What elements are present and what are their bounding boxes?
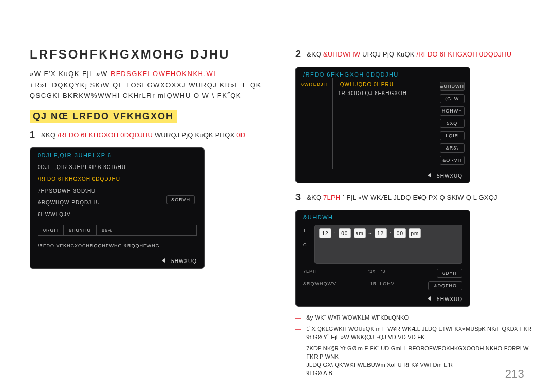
intro1-red: RFDSGKFi OWFHOKNKH.WL [110, 70, 218, 78]
step-2-number: 2 [295, 49, 301, 59]
step-2: 2 &KQ &UHDWHW URQJ PjQ KuQK /RFDO 6FKHGX… [295, 49, 537, 60]
strip-c: C [303, 242, 310, 247]
extra-button-2[interactable]: LQIR [440, 131, 465, 140]
time-editor-box: 12 : 00 am ~ 12 : 00 pm [314, 225, 462, 264]
create-return-icon [428, 296, 431, 301]
create-title: &UHDWH [296, 210, 470, 222]
note-2: ― 1ˇX QKLGWKH WOUuQK m F W¥R WKÆL JLDQ E… [295, 325, 537, 342]
lsm-main-area: ,QWHUQDO 0HPRU 1R 3OD\LQJ 6FKHGXOH [333, 78, 435, 169]
step3-rest: ˇ FjL »W WKÆL JLDQ E¥Q PX Q SKiW Q L GXQ… [342, 194, 497, 201]
page-number: 213 [505, 367, 524, 381]
create-footer: 5HWXUQ [296, 292, 470, 306]
create-label-contents: &RQWHQWV [303, 281, 336, 290]
edit-button[interactable]: (GLW [440, 94, 465, 103]
step-3: 3 &KQ 7LPH ˇ FjL »W WKÆL JLDQ E¥Q PX Q S… [295, 193, 537, 203]
note-3-text: 7KDP NK§R Yt GØ m F FK˘ UD GmLL RFOROFWF… [306, 345, 537, 378]
return-icon [162, 258, 165, 263]
hour-2[interactable]: 12 [375, 228, 387, 238]
note-2a: 1ˇX QKLGWKH WOUuQK m F W¥R WKÆL JLDQ E‡W… [306, 326, 531, 332]
note-1-text: &y WKˇ W¥R WOWKLM WFKDuQNKO [306, 314, 409, 322]
status-bar: 0RGH 6HUYHU 86% [38, 225, 197, 236]
step2-red1: &UHDWHW [323, 50, 360, 58]
create-contents-r: 1R 'LOHV [370, 281, 395, 290]
create-button[interactable]: &UHDWH [440, 82, 465, 91]
note-1: ― &y WKˇ W¥R WOWKLM WFKDuQNKO [295, 314, 537, 322]
bullet-dash-icon: ― [295, 345, 301, 378]
create-time-r1: '3¢ [368, 269, 376, 274]
notes-list: ― &y WKˇ W¥R WOWKLM WFKDuQNKO ― 1ˇX QKLG… [295, 314, 537, 378]
create-left-strip: T C [303, 225, 310, 264]
step-3-text: &KQ 7LPH ˇ FjL »W WKÆL JLDQ E¥Q PX Q SKi… [307, 193, 537, 203]
status-line: /RFDO VFKHCXOCHRQQHFWHG &RQQHFWHG [30, 240, 204, 254]
status-server: 6HUYHU [64, 225, 97, 235]
step3-red1: 7LPH [323, 194, 340, 201]
note-3a: 7KDP NK§R Yt GØ m F FK˘ UD GmLL RFOROFWF… [306, 345, 528, 360]
panel-main-menu: 0DJLF,QIR 3UHPLXP 6 0DJLF,QIR 3UHPLXP 6 … [30, 147, 205, 269]
lsm-storage-label: 6WRUDJH [296, 78, 333, 169]
lsm-no-schedule: 1R 3OD\LQJ 6FKHGXOH [338, 90, 430, 96]
ampm-2[interactable]: pm [409, 228, 421, 238]
status-86: 86% [97, 225, 118, 235]
create-label-time: 7LPH [303, 269, 317, 278]
status-mode: 0RGH [38, 225, 64, 235]
lsm-return-icon [428, 173, 431, 177]
cancel-button[interactable]: &DQFHO [428, 281, 462, 290]
step1-pre: &KQ [41, 131, 55, 139]
time-sep-1: : [334, 231, 336, 236]
lsm-title: /RFDO 6FKHGXOH 0DQDJHU [296, 67, 470, 78]
menu-item-local-schedule-manager[interactable]: /RFDO 6FKHGXOH 0DQDJHU [30, 173, 204, 185]
lsm-close-button[interactable]: &ORVH [440, 156, 465, 165]
lsm-button-column: &UHDWH (GLW HOHWH 5XQ LQIR &R3\ &ORVH [435, 78, 470, 169]
time-tilde: ~ [368, 231, 372, 236]
menu-item-player[interactable]: 0DJLF,QIR 3UHPLXP 6 3OD\HU [30, 161, 204, 173]
return-button[interactable]: 5HWXUQ [171, 258, 197, 264]
lsm-footer: 5HWXUQ [296, 169, 470, 183]
step2-red2: /RFDO 6FKHGXOH 0DQDJHU [416, 50, 511, 58]
step-1-text: &KQ /RFDO 6FKHGXOH 0DQDJHU WURQJ PjQ KuQ… [41, 130, 276, 140]
lsm-memory-label: ,QWHUQDO 0HPRU [338, 82, 430, 87]
menu-item-settings[interactable]: 6HWWLQJV [30, 209, 204, 220]
step1-red2: 0D [236, 131, 245, 139]
bullet-dash-icon: ― [295, 314, 301, 322]
note-2-text: 1ˇX QKLGWKH WOUuQK m F W¥R WKÆL JLDQ E‡W… [306, 325, 531, 342]
time-picker[interactable]: 12 : 00 am ~ 12 : 00 pm [319, 228, 421, 238]
close-button[interactable]: &ORVH [166, 195, 195, 204]
extra-button-1[interactable]: 5XQ [440, 119, 465, 128]
delete-button[interactable]: HOHWH [440, 106, 465, 116]
step3-pre: &KQ [307, 194, 321, 201]
create-time-r2: '3 [381, 269, 386, 274]
panel-menu-footer: 5HWXUQ [30, 254, 204, 268]
lsm-return-button[interactable]: 5HWXUQ [437, 173, 462, 179]
intro-line-1: »W F'X KuQK FjL »W RFDSGKFi OWFHOKNKH.WL [30, 69, 276, 79]
min-2[interactable]: 00 [394, 228, 406, 238]
step2-pre: &KQ [307, 50, 321, 58]
section-heading: QJ NŒ LRFDO VFKHGXOH [30, 110, 177, 123]
time-sep-2: : [390, 231, 392, 236]
bullet-dash-icon: ― [295, 325, 301, 342]
panel-create: &UHDWH T C 12 : 00 am ~ 12 : 00 [295, 210, 470, 307]
note-2b: 9t GØ Yˇ FjL »W WNK{QJ ~QJ VD VD VD FK [306, 334, 424, 340]
ampm-1[interactable]: am [354, 228, 366, 238]
note-3: ― 7KDP NK§R Yt GØ m F FK˘ UD GmLL RFOROF… [295, 345, 537, 378]
step-1-number: 1 [30, 130, 35, 139]
note-3c: 9t GØ A B [306, 370, 332, 376]
save-button[interactable]: 6DYH [437, 269, 462, 278]
intro1-pre: »W F'X KuQK FjL »W [30, 70, 108, 78]
panel-local-schedule-manager: /RFDO 6FKHGXOH 0DQDJHU 6WRUDJH ,QWHUQDO … [295, 67, 470, 183]
page-title: LRFSOHFKHGXMOHG DJHU [30, 47, 276, 62]
create-row-time: 7LPH '3¢ '3 6DYH [296, 264, 470, 280]
hour-1[interactable]: 12 [319, 228, 331, 238]
step-1: 1 &KQ /RFDO 6FKHGXOH 0DQDJHU WURQJ PjQ K… [30, 130, 276, 140]
panel-menu-title: 0DJLF,QIR 3UHPLXP 6 [30, 148, 204, 161]
min-1[interactable]: 00 [339, 228, 351, 238]
step-2-text: &KQ &UHDWHW URQJ PjQ KuQK /RFDO 6FKHGXOH… [307, 49, 537, 60]
step2-mid: URQJ PjQ KuQK [362, 50, 415, 58]
note-3b: JLDQ GX\ QK'WKHWEBUWm XoFU RFK¥ VWFDm E'… [306, 362, 453, 368]
step1-red1: /RFDO 6FKHGXOH 0DQDJHU [58, 131, 153, 139]
extra-button-3[interactable]: &R3\ [440, 143, 465, 153]
step-3-number: 3 [295, 193, 301, 202]
step1-mid: WURQJ PjQ KuQK PHQX [155, 131, 235, 139]
create-row-content: &RQWHQWV 1R 'LOHV &DQFHO [296, 280, 470, 292]
intro-line-2: +R»F DQKQYKj SKiW QE LOSEGWXOXXJ WURQJ K… [30, 80, 276, 101]
create-return-button[interactable]: 5HWXUQ [437, 296, 462, 302]
